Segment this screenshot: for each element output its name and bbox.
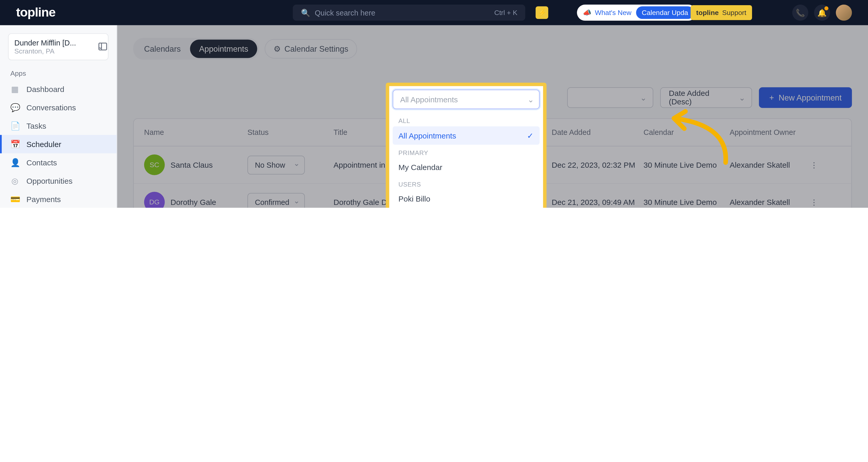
phone-icon[interactable]: 📞 (792, 5, 808, 21)
dropdown-item-user[interactable]: Poki Billo (393, 190, 540, 208)
opportunities-icon: ◎ (10, 176, 20, 186)
dropdown-highlight: All Appointments ⌄ ALL All Appointments … (386, 83, 547, 208)
dropdown-header-users: USERS (393, 176, 540, 190)
tasks-icon: 📄 (10, 121, 20, 130)
org-location: Scranton, PA (14, 47, 102, 55)
header-right: ⚡ 📣 What's New Calendar Upda topline Sup… (536, 5, 852, 21)
scheduler-icon: 📅 (10, 140, 20, 149)
sidebar-item-label: Payments (26, 195, 61, 203)
app-logo: topline (16, 5, 55, 20)
check-icon: ✓ (527, 131, 534, 140)
sidebar-item-conversations[interactable]: 💬Conversations (0, 98, 117, 117)
sidebar: Dunder Mifflin [D... Scranton, PA ⌄ Apps… (0, 25, 117, 208)
sidebar-item-dashboard[interactable]: ▦Dashboard (0, 80, 117, 98)
news-pill[interactable]: 📣 What's New Calendar Upda (577, 5, 696, 21)
payments-icon: 💳 (10, 194, 20, 204)
svg-rect-0 (99, 43, 107, 50)
search-icon: 🔍 (301, 8, 310, 17)
sidebar-item-label: Contacts (26, 158, 57, 167)
dropdown-header-primary: PRIMARY (393, 145, 540, 158)
conversations-icon: 💬 (10, 103, 20, 112)
bolt-icon[interactable]: ⚡ (536, 6, 549, 19)
dropdown-item-all-appointments[interactable]: All Appointments ✓ (393, 126, 540, 145)
dropdown-search-input[interactable]: All Appointments ⌄ (393, 90, 540, 109)
whats-new-link[interactable]: 📣 What's New (583, 8, 631, 17)
sidebar-item-label: Opportunities (26, 177, 72, 185)
header: topline 🔍 Quick search here Ctrl + K ⚡ 📣… (0, 0, 868, 25)
search-input[interactable]: 🔍 Quick search here Ctrl + K (293, 5, 525, 21)
panel-toggle-icon[interactable] (98, 41, 108, 54)
dropdown-placeholder: All Appointments (400, 95, 458, 103)
sidebar-item-payments[interactable]: 💳Payments (0, 190, 117, 208)
megaphone-icon: 📣 (583, 8, 591, 17)
dropdown-menu: ALL All Appointments ✓ PRIMARY My Calend… (393, 113, 540, 208)
support-button[interactable]: topline Support (690, 5, 752, 20)
dashboard-icon: ▦ (10, 85, 20, 94)
sidebar-item-scheduler[interactable]: 📅Scheduler (0, 135, 117, 153)
sidebar-item-tasks[interactable]: 📄Tasks (0, 117, 117, 135)
sidebar-item-label: Conversations (26, 103, 76, 112)
dropdown-item-my-calendar[interactable]: My Calendar (393, 158, 540, 176)
apps-header: Apps (0, 66, 117, 80)
org-name: Dunder Mifflin [D... (14, 38, 76, 47)
sidebar-item-label: Tasks (26, 121, 46, 130)
sidebar-item-label: Dashboard (26, 85, 64, 93)
contacts-icon: 👤 (10, 158, 20, 167)
sidebar-item-contacts[interactable]: 👤Contacts (0, 153, 117, 172)
org-selector[interactable]: Dunder Mifflin [D... Scranton, PA ⌄ (8, 33, 108, 60)
search-kbd: Ctrl + K (494, 8, 518, 17)
user-avatar[interactable] (836, 5, 852, 21)
sidebar-item-opportunities[interactable]: ◎Opportunities (0, 172, 117, 190)
calendar-update-badge[interactable]: Calendar Upda (636, 6, 694, 19)
dropdown-header-all: ALL (393, 113, 540, 126)
filter-dropdown: All Appointments ⌄ ALL All Appointments … (386, 83, 547, 208)
notif-dot (824, 6, 829, 10)
search-placeholder: Quick search here (315, 8, 375, 17)
chevron-down-icon: ⌄ (528, 95, 534, 104)
sidebar-item-label: Scheduler (26, 140, 61, 148)
bell-icon[interactable]: 🔔 (814, 5, 830, 21)
